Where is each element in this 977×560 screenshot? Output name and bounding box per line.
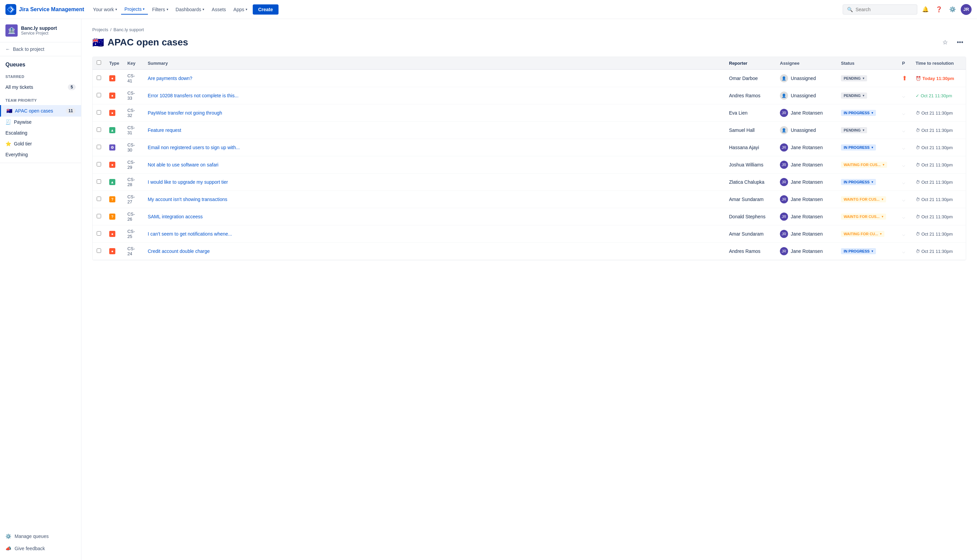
nav-dashboards[interactable]: Dashboards ▾ <box>172 5 208 14</box>
issue-summary-link[interactable]: I would like to upgrade my support tier <box>147 179 228 185</box>
row-time-cell: ⏱Oct 21 11:30pm <box>912 104 966 122</box>
row-checkbox[interactable] <box>97 110 101 115</box>
nav-projects[interactable]: Projects ▾ <box>121 4 148 15</box>
issue-summary-link[interactable]: Feature request <box>147 127 181 133</box>
help-button[interactable]: ❓ <box>934 4 944 15</box>
row-checkbox[interactable] <box>97 248 101 253</box>
issue-key-link[interactable]: CS-33 <box>127 90 135 101</box>
sidebar-item-everything[interactable]: Everything <box>0 149 81 160</box>
row-assignee-cell: JR Jane Rotansen <box>776 243 837 260</box>
sidebar-item-escalating[interactable]: Escalating <box>0 127 81 138</box>
status-badge[interactable]: IN PROGRESS ▾ <box>841 248 876 254</box>
row-status-cell: WAITING FOR CU... ▾ <box>837 225 898 243</box>
row-checkbox[interactable] <box>97 197 101 201</box>
search-bar[interactable]: 🔍 <box>843 4 917 15</box>
issue-key-link[interactable]: CS-31 <box>127 125 135 135</box>
status-badge[interactable]: PENDING ▾ <box>841 93 867 98</box>
issue-key-link[interactable]: CS-26 <box>127 212 135 222</box>
row-checkbox[interactable] <box>97 76 101 80</box>
status-badge[interactable]: WAITING FOR CU... ▾ <box>841 231 884 237</box>
sidebar-item-paywise[interactable]: 🧾 Paywise <box>0 117 81 127</box>
issue-summary-link[interactable]: Error 10208 transfers not complete is th… <box>147 93 239 98</box>
issue-summary-link[interactable]: Are payments down? <box>147 76 192 81</box>
status-badge[interactable]: PENDING ▾ <box>841 75 867 82</box>
row-checkbox[interactable] <box>97 231 101 236</box>
status-badge[interactable]: IN PROGRESS ▾ <box>841 110 876 116</box>
app-logo[interactable]: Jira Service Management <box>5 4 84 15</box>
type-icon: ● <box>109 110 115 116</box>
give-feedback-link[interactable]: 📣 Give feedback <box>0 542 81 555</box>
row-checkbox[interactable] <box>97 145 101 149</box>
time-check: ✓Oct 21 11:30pm <box>915 93 962 98</box>
issue-key-link[interactable]: CS-32 <box>127 108 135 118</box>
status-badge[interactable]: WAITING FOR CUS... ▾ <box>841 162 887 168</box>
row-status-cell: PENDING ▾ <box>837 70 898 87</box>
time-normal: ⏱Oct 21 11:30pm <box>915 180 962 185</box>
row-time-cell: ✓Oct 21 11:30pm <box>912 87 966 104</box>
user-avatar[interactable]: JR <box>961 4 972 15</box>
breadcrumb-current: Banc.ly support <box>114 27 144 32</box>
priority-normal-icon: ⌵ <box>902 93 905 98</box>
sidebar-item-apac-open-cases[interactable]: 🇦🇺 APAC open cases 11 <box>0 105 81 117</box>
breadcrumb-projects[interactable]: Projects <box>92 27 108 32</box>
row-checkbox-cell <box>93 104 105 122</box>
status-badge[interactable]: PENDING ▾ <box>841 127 867 133</box>
th-time-to-resolution: Time to resolution <box>912 57 966 70</box>
more-options-button[interactable]: ••• <box>954 36 966 48</box>
row-checkbox[interactable] <box>97 93 101 97</box>
issue-key-link[interactable]: CS-28 <box>127 177 135 187</box>
search-input[interactable] <box>855 7 913 12</box>
row-type-cell: ● <box>105 87 123 104</box>
table-row: ▲ CS-28 I would like to upgrade my suppo… <box>93 173 966 191</box>
issue-summary-link[interactable]: My account isn't showing transactions <box>147 197 227 202</box>
create-button[interactable]: Create <box>253 4 279 15</box>
status-badge[interactable]: IN PROGRESS ▾ <box>841 144 876 150</box>
row-key-cell: CS-26 <box>123 208 144 225</box>
favorite-button[interactable]: ☆ <box>939 36 951 48</box>
th-status: Status <box>837 57 898 70</box>
status-badge[interactable]: WAINTG FOR CUS... ▾ <box>841 213 886 220</box>
back-to-project-link[interactable]: ← Back to project <box>0 42 81 56</box>
row-assignee-cell: JR Jane Rotansen <box>776 156 837 173</box>
row-checkbox[interactable] <box>97 162 101 167</box>
nav-your-work[interactable]: Your work ▾ <box>90 5 120 14</box>
row-checkbox[interactable] <box>97 179 101 184</box>
nav-assets[interactable]: Assets <box>208 5 229 14</box>
select-all-checkbox[interactable] <box>97 60 101 65</box>
row-summary-cell: Are payments down? <box>144 70 725 87</box>
row-checkbox-cell <box>93 225 105 243</box>
issue-summary-link[interactable]: Email non registered users to sign up wi… <box>147 145 240 150</box>
issue-key-link[interactable]: CS-30 <box>127 142 135 153</box>
row-priority-cell: ⌵ <box>898 191 912 208</box>
issue-key-link[interactable]: CS-41 <box>127 73 135 83</box>
issue-key-link[interactable]: CS-24 <box>127 246 135 256</box>
row-key-cell: CS-25 <box>123 225 144 243</box>
nav-filters[interactable]: Filters ▾ <box>149 5 171 14</box>
issue-key-link[interactable]: CS-25 <box>127 229 135 239</box>
nav-apps[interactable]: Apps ▾ <box>230 5 251 14</box>
row-checkbox[interactable] <box>97 214 101 218</box>
row-assignee-cell: JR Jane Rotansen <box>776 173 837 191</box>
sidebar-bottom: ⚙️ Manage queues 📣 Give feedback <box>0 530 81 555</box>
manage-queues-link[interactable]: ⚙️ Manage queues <box>0 530 81 542</box>
time-normal: ⏱Oct 21 11:30pm <box>915 145 962 150</box>
issue-summary-link[interactable]: PayWise transfer not going through <box>147 110 222 116</box>
issue-summary-link[interactable]: I can't seem to get notifications whene.… <box>147 231 232 237</box>
issue-key-link[interactable]: CS-27 <box>127 194 135 204</box>
row-summary-cell: Error 10208 transfers not complete is th… <box>144 87 725 104</box>
sidebar-item-all-tickets[interactable]: All my tickets 5 <box>0 82 81 93</box>
issue-summary-link[interactable]: SAML integration acceess <box>147 214 202 219</box>
status-badge[interactable]: WAINTG FOR CUS... ▾ <box>841 196 886 202</box>
th-summary: Summary <box>144 57 725 70</box>
project-name: Banc.ly support <box>21 25 57 31</box>
row-checkbox[interactable] <box>97 127 101 132</box>
assignee-name: Jane Rotansen <box>791 197 823 202</box>
status-badge[interactable]: IN PROGRESS ▾ <box>841 179 876 185</box>
issue-key-link[interactable]: CS-29 <box>127 160 135 170</box>
chevron-down-icon: ▾ <box>872 180 873 184</box>
sidebar-item-gold-tier[interactable]: ⭐ Gold tier <box>0 138 81 149</box>
notifications-button[interactable]: 🔔 <box>920 4 931 15</box>
issue-summary-link[interactable]: Credit account double charge <box>147 248 210 254</box>
settings-button[interactable]: ⚙️ <box>947 4 958 15</box>
issue-summary-link[interactable]: Not able to use software on safari <box>147 162 219 167</box>
